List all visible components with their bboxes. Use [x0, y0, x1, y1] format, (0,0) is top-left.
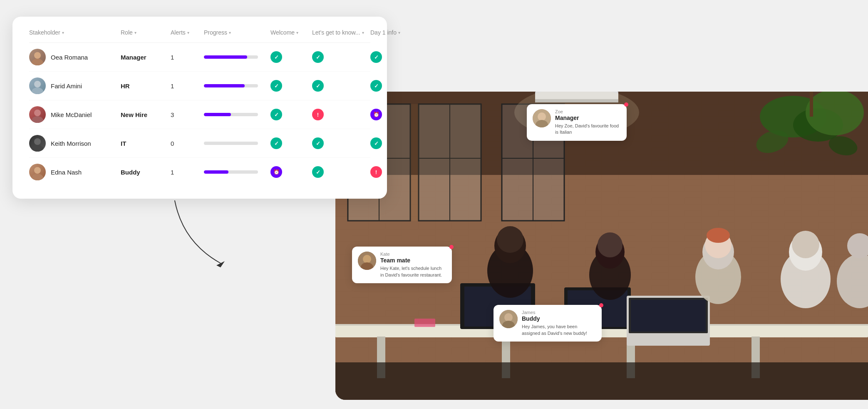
role-farid: HR — [121, 82, 171, 90]
svg-point-62 — [792, 231, 819, 258]
james-bubble-content: James Buddy Hey James, you have been ass… — [522, 310, 596, 337]
progress-oea — [204, 55, 270, 59]
name-farid: Farid Amini — [51, 82, 82, 90]
svg-rect-49 — [414, 319, 435, 327]
welcome-keith — [270, 137, 312, 149]
table-row[interactable]: Oea Romana Manager 1 — [29, 43, 370, 72]
svg-point-4 — [34, 110, 41, 116]
chat-bubble-james: James Buddy Hey James, you have been ass… — [494, 305, 602, 342]
table-row[interactable]: Farid Amini HR 1 — [29, 72, 370, 100]
avatar-keith — [29, 135, 46, 152]
name-mike: Mike McDaniel — [51, 111, 92, 118]
james-role: Buddy — [522, 315, 596, 322]
svg-point-6 — [34, 138, 41, 145]
avatar-mike — [29, 106, 46, 123]
zoe-role: Manager — [555, 115, 621, 121]
stakeholder-cell-mike: Mike McDaniel — [29, 106, 121, 123]
svg-rect-48 — [631, 300, 706, 332]
svg-point-73 — [504, 313, 513, 322]
svg-point-3 — [32, 87, 43, 94]
lets-get-to-know-oea — [312, 51, 370, 63]
zoe-notification-dot — [624, 102, 628, 107]
col-lets-get-to-know[interactable]: Let's get to know... ▾ — [312, 29, 370, 36]
alerts-oea: 1 — [171, 54, 204, 61]
svg-point-67 — [363, 255, 371, 263]
zoe-name-label: Zoe — [555, 109, 621, 114]
avatar-kate — [358, 252, 376, 270]
svg-rect-65 — [335, 362, 868, 400]
alerts-edna: 1 — [171, 169, 204, 176]
stakeholder-sort-icon: ▾ — [62, 30, 64, 35]
col-progress[interactable]: Progress ▾ — [204, 29, 270, 36]
name-oea: Oea Romana — [51, 54, 88, 61]
kate-message: Hey Kate, let's schedule lunch in David'… — [380, 265, 446, 278]
progress-mike — [204, 113, 270, 116]
chat-bubble-kate: Kate Team mate Hey Kate, let's schedule … — [352, 247, 452, 283]
lets-get-to-know-edna — [312, 166, 370, 178]
col-alerts[interactable]: Alerts ▾ — [171, 29, 204, 36]
lets-get-to-know-keith — [312, 137, 370, 149]
table-header: Stakeholder ▾ Role ▾ Alerts ▾ Progress ▾… — [29, 29, 370, 43]
col-role[interactable]: Role ▾ — [121, 29, 171, 36]
day1-info-mike: ⏰ — [370, 109, 420, 120]
svg-point-52 — [497, 226, 523, 253]
james-name-label: James — [522, 310, 596, 315]
stakeholder-cell-keith: Keith Morrison — [29, 135, 121, 152]
alerts-sort-icon: ▾ — [187, 30, 189, 35]
arrow-decoration — [162, 192, 237, 276]
avatar-edna — [29, 164, 46, 180]
avatar-farid — [29, 77, 46, 94]
role-keith: IT — [121, 140, 171, 147]
table-row[interactable]: Keith Morrison IT 0 — [29, 129, 370, 158]
avatar-zoe — [533, 109, 551, 127]
svg-point-31 — [806, 92, 864, 135]
stakeholder-cell-edna: Edna Nash — [29, 164, 121, 180]
james-message: Hey James, you have been assigned as Dav… — [522, 324, 596, 337]
svg-point-59 — [707, 228, 730, 243]
alerts-farid: 1 — [171, 82, 204, 90]
svg-point-7 — [32, 145, 43, 152]
progress-farid — [204, 84, 270, 87]
progress-edna — [204, 170, 270, 174]
welcome-sort-icon: ▾ — [296, 30, 298, 35]
role-sort-icon: ▾ — [134, 30, 136, 35]
role-edna: Buddy — [121, 169, 171, 176]
alerts-keith: 0 — [171, 140, 204, 147]
avatar-oea — [29, 49, 46, 65]
svg-point-2 — [34, 81, 41, 87]
avatar-james — [499, 310, 518, 328]
table-row[interactable]: Edna Nash Buddy 1 ⏰ — [29, 158, 370, 186]
lets-get-to-know-sort-icon: ▾ — [362, 30, 364, 35]
alerts-mike: 3 — [171, 111, 204, 118]
col-stakeholder[interactable]: Stakeholder ▾ — [29, 29, 121, 36]
lets-get-to-know-farid — [312, 80, 370, 92]
name-edna: Edna Nash — [51, 169, 82, 176]
welcome-oea — [270, 51, 312, 63]
stakeholder-cell-farid: Farid Amini — [29, 77, 121, 94]
svg-point-0 — [34, 52, 41, 59]
welcome-farid — [270, 80, 312, 92]
progress-keith — [204, 142, 270, 145]
welcome-mike — [270, 109, 312, 120]
svg-point-70 — [538, 112, 546, 121]
day1-info-oea — [370, 51, 420, 63]
col-welcome[interactable]: Welcome ▾ — [270, 29, 312, 36]
chat-bubble-zoe: Zoe Manager Hey Zoe, David's favourite f… — [527, 104, 627, 141]
kate-role: Team mate — [380, 257, 446, 264]
role-mike: New Hire — [121, 111, 171, 118]
svg-marker-10 — [216, 261, 225, 267]
svg-rect-32 — [810, 92, 813, 117]
day1-info-keith — [370, 137, 420, 149]
day1-info-sort-icon: ▾ — [398, 30, 400, 35]
svg-point-5 — [32, 116, 43, 123]
col-day1-info[interactable]: Day 1 info ▾ — [370, 29, 420, 36]
welcome-edna: ⏰ — [270, 166, 312, 178]
kate-role-label: Kate — [380, 252, 446, 257]
lets-get-to-know-mike — [312, 109, 370, 120]
progress-sort-icon: ▾ — [229, 30, 231, 35]
stakeholder-table-card: Stakeholder ▾ Role ▾ Alerts ▾ Progress ▾… — [12, 17, 387, 199]
name-keith: Keith Morrison — [51, 140, 91, 147]
table-row[interactable]: Mike McDaniel New Hire 3 ⏰ — [29, 100, 370, 129]
kate-bubble-content: Kate Team mate Hey Kate, let's schedule … — [380, 252, 446, 278]
zoe-message: Hey Zoe, David's favourite food is Itali… — [555, 123, 621, 136]
